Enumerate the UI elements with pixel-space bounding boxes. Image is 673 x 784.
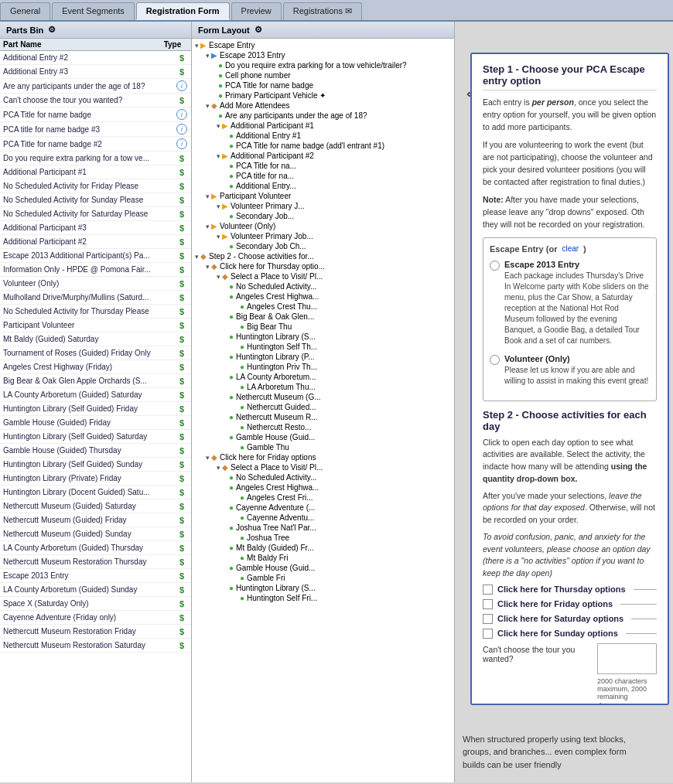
part-row-12[interactable]: Additional Participant #3$ [0,221,191,235]
part-row-3[interactable]: Can't choose the tour you wanted?$ [0,94,191,107]
part-row-26[interactable]: Gamble House (Guided) Friday$ [0,416,191,430]
part-row-25[interactable]: Huntington Library (Self Guided) Friday$ [0,402,191,416]
part-row-24[interactable]: LA County Arboretum (Guided) Saturday$ [0,388,191,402]
tab-event-segments[interactable]: Event Segments [52,2,135,20]
tree-item-29[interactable]: ●Huntington Library (S... [193,332,453,342]
tree-item-36[interactable]: ●Nethercutt Guided... [193,402,453,412]
tree-item-11[interactable]: ▾▶Additional Participant #2 [193,151,453,161]
sunday-checkbox[interactable] [483,629,493,639]
tree-item-16[interactable]: ▾▶Volunteer Primary J... [193,201,453,211]
radio-volunteer[interactable]: Volunteer (Only) Please let us know if y… [490,354,650,387]
tree-item-42[interactable]: ▾◆Select a Place to Visit/ Pl... [193,462,453,472]
tree-item-51[interactable]: ●Mt Baldy Fri [193,553,453,563]
tree-item-44[interactable]: ●Angeles Crest Highwa... [193,482,453,493]
tree-item-41[interactable]: ▾◆Click here for Friday options [193,452,453,462]
part-row-36[interactable]: Nethercutt Museum Restoration Thursday$ [0,555,191,569]
tree-item-26[interactable]: ●Angeles Crest Thu... [193,302,453,312]
part-row-27[interactable]: Huntington Library (Self Guided) Saturda… [0,430,191,444]
tree-arrow-42[interactable]: ▾ [217,464,220,472]
tree-item-38[interactable]: ●Nethercutt Resto... [193,422,453,432]
part-row-10[interactable]: No Scheduled Activity for Sunday Please$ [0,193,191,207]
saturday-checkbox[interactable] [483,614,493,624]
part-row-35[interactable]: LA County Arboretum (Guided) Thursday$ [0,541,191,555]
tree-item-32[interactable]: ●Huntington Priv Th... [193,362,453,372]
tree-item-15[interactable]: ▾▶Participant Volunteer [193,191,453,201]
tree-item-43[interactable]: ●No Scheduled Activity... [193,472,453,482]
part-row-33[interactable]: Nethercutt Museum (Guided) Friday$ [0,513,191,527]
part-row-7[interactable]: Do you require extra parking for a tow v… [0,152,191,165]
tree-item-52[interactable]: ●Gamble House (Guid... [193,563,453,573]
tree-item-31[interactable]: ●Huntington Library (P... [193,352,453,362]
tree-arrow-15[interactable]: ▾ [206,193,210,200]
part-row-41[interactable]: Nethercutt Museum Restoration Friday$ [0,625,191,639]
tree-item-14[interactable]: ●Additional Entry... [193,181,453,191]
part-row-38[interactable]: LA County Arboretum (Guided) Sunday$ [0,583,191,597]
tree-item-23[interactable]: ▾◆Select a Place to Visit/ Pl... [193,271,453,281]
tree-item-0[interactable]: ▾▶Escape Entry [193,40,453,50]
part-row-32[interactable]: Nethercutt Museum (Guided) Saturday$ [0,499,191,513]
tree-item-4[interactable]: ●PCA Title for name badge [193,80,453,90]
tree-arrow-16[interactable]: ▾ [217,203,220,210]
tree-arrow-0[interactable]: ▾ [195,42,199,49]
tree-item-48[interactable]: ●Joshua Tree Nat'l Par... [193,523,453,533]
tree-item-39[interactable]: ●Gamble House (Guid... [193,432,453,442]
tree-arrow-41[interactable]: ▾ [206,454,210,462]
tree-item-13[interactable]: ●PCA title for na... [193,171,453,181]
friday-option[interactable]: Click here for Friday options [483,599,657,609]
tour-waitlist-textarea[interactable] [597,643,657,674]
tree-arrow-23[interactable]: ▾ [217,273,220,281]
tab-registration-form[interactable]: Registration Form [136,2,230,20]
part-row-19[interactable]: Participant Volunteer$ [0,319,191,332]
registration-form-preview[interactable]: Step 1 - Choose your PCA Escape entry op… [470,53,669,705]
tree-item-9[interactable]: ●Additional Entry #1 [193,131,453,141]
part-row-15[interactable]: Information Only - HPDE @ Pomona Fair...… [0,263,191,277]
tree-item-40[interactable]: ●Gamble Thu [193,442,453,452]
tree-arrow-22[interactable]: ▾ [206,263,210,271]
part-row-34[interactable]: Nethercutt Museum (Guided) Sunday$ [0,527,191,541]
tree-item-49[interactable]: ●Joshua Tree [193,533,453,543]
tree-arrow-11[interactable]: ▾ [217,152,220,160]
tree-item-54[interactable]: ●Huntington Library (S... [193,583,453,593]
part-row-16[interactable]: Volunteer (Only)$ [0,277,191,291]
tree-item-18[interactable]: ▾▶Volunteer (Only) [193,221,453,231]
tree-item-37[interactable]: ●Nethercutt Museum R... [193,412,453,422]
radio-circle-2[interactable] [490,355,500,365]
tree-item-20[interactable]: ●Secondary Job Ch... [193,241,453,251]
part-row-6[interactable]: PCA Title for name badge #2i [0,137,191,152]
part-row-30[interactable]: Huntington Library (Private) Friday$ [0,472,191,486]
tree-item-24[interactable]: ●No Scheduled Activity... [193,281,453,291]
tree-item-46[interactable]: ●Cayenne Adventure (... [193,503,453,513]
radio-escape-2013[interactable]: Escape 2013 Entry Each package includes … [490,260,650,346]
part-row-23[interactable]: Big Bear & Oak Glen Apple Orchards (S...… [0,374,191,388]
tree-item-10[interactable]: ●PCA Title for name badge (add'l entrant… [193,141,453,151]
part-row-29[interactable]: Huntington Library (Self Guided) Sunday$ [0,458,191,472]
tree-item-55[interactable]: ●Huntington Self Fri... [193,593,453,603]
tree-arrow-6[interactable]: ▾ [206,102,210,110]
tree-item-45[interactable]: ●Angeles Crest Fri... [193,493,453,503]
part-row-8[interactable]: Additional Participant #1$ [0,165,191,179]
saturday-option[interactable]: Click here for Saturday options [483,614,657,624]
part-row-9[interactable]: No Scheduled Activity for Friday Please$ [0,179,191,193]
thursday-option[interactable]: Click here for Thursday options [483,585,657,595]
tree-arrow-8[interactable]: ▾ [217,122,220,130]
tree-item-34[interactable]: ●LA Arboretum Thu... [193,382,453,392]
tree-item-22[interactable]: ▾◆Click here for Thursday optio... [193,261,453,271]
part-row-42[interactable]: Nethercutt Museum Restoration Saturday$ [0,639,191,653]
part-row-40[interactable]: Cayenne Adventure (Friday only)$ [0,611,191,625]
tree-item-12[interactable]: ●PCA Title for na... [193,161,453,171]
tree-arrow-18[interactable]: ▾ [206,223,210,230]
part-row-13[interactable]: Additional Participant #2$ [0,235,191,249]
tree-arrow-1[interactable]: ▾ [206,52,210,60]
radio-circle-1[interactable] [490,261,500,271]
sunday-option[interactable]: Click here for Sunday options [483,629,657,639]
tree-item-2[interactable]: ●Do you require extra parking for a tow … [193,60,453,70]
tree-item-30[interactable]: ●Huntington Self Th... [193,342,453,352]
tree-item-7[interactable]: ●Are any participants under the age of 1… [193,111,453,121]
tree-arrow-19[interactable]: ▾ [217,233,220,240]
part-row-4[interactable]: PCA Title for name badgei [0,107,191,122]
tree-item-50[interactable]: ●Mt Baldy (Guided) Fr... [193,543,453,553]
part-row-17[interactable]: Mulholland Drive/Murphy/Mullins (Saturd.… [0,291,191,305]
tree-item-1[interactable]: ▾▶Escape 2013 Entry [193,50,453,60]
part-row-2[interactable]: Are any participants under the age of 18… [0,79,191,94]
tree-item-47[interactable]: ●Cayenne Adventu... [193,513,453,523]
